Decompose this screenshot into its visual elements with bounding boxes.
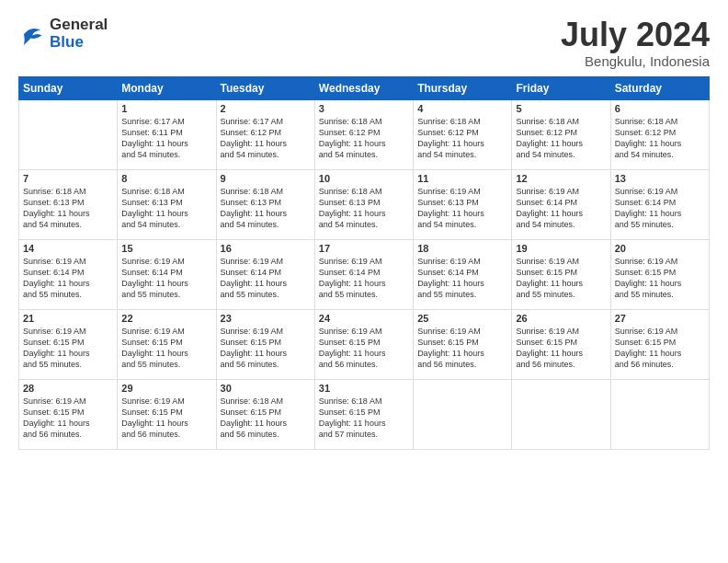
table-row: 3Sunrise: 6:18 AMSunset: 6:12 PMDaylight… [314,99,413,169]
info-line: Sunset: 6:15 PM [23,338,85,347]
info-line: Sunrise: 6:19 AM [319,327,382,336]
day-number: 28 [23,383,113,394]
info-line: Sunset: 6:15 PM [121,408,183,417]
cell-info: Sunrise: 6:19 AMSunset: 6:15 PMDaylight:… [121,396,211,441]
info-line: Sunrise: 6:18 AM [319,187,382,196]
info-line: and 54 minutes. [319,220,378,229]
info-line: and 54 minutes. [121,150,180,159]
info-line: Daylight: 11 hours [23,209,90,218]
calendar-table: Sunday Monday Tuesday Wednesday Thursday… [18,76,710,450]
day-number: 20 [615,243,705,254]
table-row: 16Sunrise: 6:19 AMSunset: 6:14 PMDayligh… [216,239,314,309]
cell-info: Sunrise: 6:17 AMSunset: 6:12 PMDaylight:… [221,116,311,161]
day-number: 16 [221,243,311,254]
cell-info: Sunrise: 6:19 AMSunset: 6:14 PMDaylight:… [319,256,409,301]
info-line: Daylight: 11 hours [121,419,188,428]
day-number: 27 [615,313,705,324]
info-line: Sunrise: 6:17 AM [121,117,185,126]
cell-info: Sunrise: 6:19 AMSunset: 6:15 PMDaylight:… [417,326,507,371]
cell-info: Sunrise: 6:19 AMSunset: 6:14 PMDaylight:… [516,186,606,231]
info-line: Sunset: 6:15 PM [615,268,677,277]
table-row: 25Sunrise: 6:19 AMSunset: 6:15 PMDayligh… [414,309,512,379]
info-line: Daylight: 11 hours [417,139,484,148]
table-row: 14Sunrise: 6:19 AMSunset: 6:14 PMDayligh… [19,239,118,309]
info-line: Sunset: 6:13 PM [221,198,282,207]
info-line: Sunset: 6:14 PM [615,198,677,207]
day-number: 19 [516,243,606,254]
day-number: 30 [221,383,311,394]
info-line: Daylight: 11 hours [319,139,386,148]
info-line: and 55 minutes. [615,290,674,299]
cell-info: Sunrise: 6:19 AMSunset: 6:13 PMDaylight:… [417,186,507,231]
info-line: Sunrise: 6:18 AM [516,117,579,126]
cell-info: Sunrise: 6:17 AMSunset: 6:11 PMDaylight:… [121,116,211,161]
cell-info: Sunrise: 6:19 AMSunset: 6:14 PMDaylight:… [121,256,211,301]
info-line: Daylight: 11 hours [417,279,484,288]
info-line: and 54 minutes. [23,220,82,229]
logo-icon [18,20,46,48]
logo-blue: Blue [50,34,108,52]
day-number: 5 [516,103,606,114]
info-line: Sunrise: 6:19 AM [121,396,185,406]
table-row: 21Sunrise: 6:19 AMSunset: 6:15 PMDayligh… [19,309,118,379]
info-line: Daylight: 11 hours [319,279,386,288]
info-line: Daylight: 11 hours [23,419,90,428]
info-line: Daylight: 11 hours [221,349,288,358]
info-line: Daylight: 11 hours [516,279,583,288]
day-number: 10 [319,173,409,184]
table-row: 9Sunrise: 6:18 AMSunset: 6:13 PMDaylight… [216,169,314,239]
col-monday: Monday [118,76,216,99]
info-line: Daylight: 11 hours [221,209,288,218]
info-line: Sunset: 6:12 PM [319,128,381,137]
day-number: 7 [23,173,113,184]
cell-info: Sunrise: 6:18 AMSunset: 6:12 PMDaylight:… [417,116,507,161]
info-line: Sunrise: 6:19 AM [615,257,678,266]
table-row: 7Sunrise: 6:18 AMSunset: 6:13 PMDaylight… [19,169,118,239]
day-number: 29 [121,383,211,394]
table-row: 1Sunrise: 6:17 AMSunset: 6:11 PMDaylight… [118,99,216,169]
table-row: 12Sunrise: 6:19 AMSunset: 6:14 PMDayligh… [512,169,610,239]
info-line: Daylight: 11 hours [23,349,90,358]
info-line: Sunset: 6:12 PM [221,128,282,137]
info-line: and 55 minutes. [221,290,279,299]
info-line: and 54 minutes. [417,220,476,229]
info-line: Sunset: 6:14 PM [221,268,282,277]
info-line: Daylight: 11 hours [615,349,682,358]
day-number: 6 [615,103,705,114]
col-wednesday: Wednesday [314,76,413,99]
info-line: Sunrise: 6:18 AM [319,117,382,126]
cell-info: Sunrise: 6:19 AMSunset: 6:14 PMDaylight:… [615,186,705,231]
info-line: Sunset: 6:12 PM [516,128,577,137]
info-line: Sunset: 6:15 PM [417,338,479,347]
day-number: 23 [221,313,311,324]
day-number: 18 [417,243,507,254]
table-row: 15Sunrise: 6:19 AMSunset: 6:14 PMDayligh… [118,239,216,309]
info-line: Daylight: 11 hours [319,419,386,428]
table-row: 31Sunrise: 6:18 AMSunset: 6:15 PMDayligh… [314,379,413,449]
day-number: 3 [319,103,409,114]
info-line: Sunset: 6:15 PM [221,408,282,417]
day-number: 4 [417,103,507,114]
day-number: 21 [23,313,113,324]
info-line: and 55 minutes. [23,290,82,299]
info-line: Sunrise: 6:19 AM [615,327,678,336]
cell-info: Sunrise: 6:19 AMSunset: 6:14 PMDaylight:… [417,256,507,301]
info-line: Sunset: 6:15 PM [221,338,282,347]
col-thursday: Thursday [414,76,512,99]
logo-general: General [50,17,108,34]
info-line: Sunset: 6:15 PM [23,408,85,417]
cell-info: Sunrise: 6:19 AMSunset: 6:15 PMDaylight:… [516,256,606,301]
info-line: Sunset: 6:15 PM [516,268,577,277]
info-line: Sunrise: 6:18 AM [221,396,284,406]
info-line: Sunset: 6:14 PM [417,268,479,277]
info-line: Sunset: 6:15 PM [319,338,381,347]
info-line: and 56 minutes. [23,430,82,439]
info-line: Sunrise: 6:18 AM [221,187,284,196]
info-line: and 55 minutes. [23,360,82,369]
info-line: Sunset: 6:14 PM [319,268,381,277]
info-line: and 54 minutes. [221,220,279,229]
info-line: and 55 minutes. [615,220,674,229]
day-number: 11 [417,173,507,184]
info-line: Sunrise: 6:19 AM [221,257,284,266]
subtitle: Bengkulu, Indonesia [561,53,710,69]
